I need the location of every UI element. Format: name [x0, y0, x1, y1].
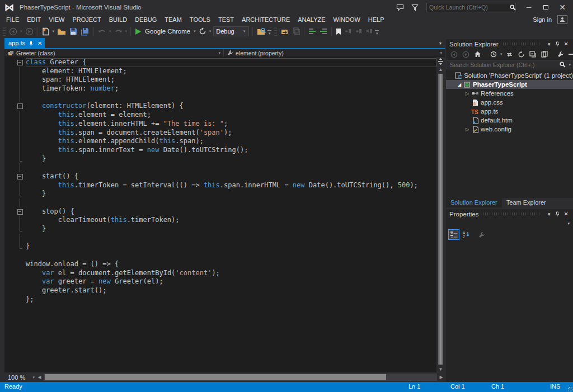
- fold-margin[interactable]: [4, 242, 26, 251]
- pin-tab-icon[interactable]: [29, 41, 34, 46]
- start-debug-icon[interactable]: [133, 26, 143, 37]
- fold-margin[interactable]: [4, 207, 26, 216]
- redo-icon[interactable]: [112, 26, 124, 37]
- toolbar-grip[interactable]: [3, 27, 6, 36]
- solution-config-caret[interactable]: ▾: [242, 29, 247, 34]
- member-dropdown-caret[interactable]: ▾: [437, 51, 445, 55]
- vertical-scroll-thumb[interactable]: [438, 74, 443, 365]
- toolbar-overflow-icon[interactable]: ▾: [375, 30, 379, 36]
- menu-architecture[interactable]: ARCHITECTURE: [238, 15, 294, 24]
- new-file-dropdown[interactable]: ▾: [51, 29, 56, 34]
- browser-link-dropdown[interactable]: ▾: [208, 29, 213, 34]
- code-text[interactable]: timerToken: number;: [26, 84, 436, 93]
- code-text[interactable]: }: [26, 155, 436, 164]
- fold-margin[interactable]: [4, 190, 26, 199]
- menu-help[interactable]: HELP: [364, 15, 388, 24]
- code-text[interactable]: var greeter = new Greeter(el);: [26, 277, 436, 286]
- code-line[interactable]: timerToken: number;: [4, 84, 436, 93]
- horizontal-scroll-thumb[interactable]: [45, 374, 386, 380]
- undo-icon[interactable]: [96, 26, 108, 37]
- code-text[interactable]: window.onload = () => {: [26, 260, 436, 269]
- code-line[interactable]: [4, 251, 436, 260]
- code-line[interactable]: span: HTMLElement;: [4, 75, 436, 84]
- split-editor-handle[interactable]: [438, 57, 444, 66]
- object-selector-combo[interactable]: ▾: [446, 219, 573, 228]
- code-line[interactable]: [4, 234, 436, 243]
- code-line[interactable]: clearTimeout(this.timerToken);: [4, 216, 436, 225]
- maximize-button[interactable]: [537, 1, 554, 13]
- redo-dropdown[interactable]: ▾: [124, 29, 129, 34]
- code-line[interactable]: }: [4, 225, 436, 234]
- se-back-icon[interactable]: [448, 51, 460, 58]
- menu-analyze[interactable]: ANALYZE: [294, 15, 329, 24]
- code-text[interactable]: };: [26, 295, 436, 304]
- fold-margin[interactable]: [4, 181, 26, 190]
- previous-bookmark-icon[interactable]: [343, 26, 354, 37]
- code-line[interactable]: window.onload = () => {: [4, 260, 436, 269]
- code-text[interactable]: this.span = document.createElement('span…: [26, 129, 436, 138]
- se-forward-icon[interactable]: [460, 51, 472, 58]
- navigate-back-dropdown[interactable]: ▾: [19, 29, 24, 34]
- menu-tools[interactable]: TOOLS: [186, 15, 214, 24]
- new-file-icon[interactable]: [40, 26, 51, 37]
- feedback-smiley-icon[interactable]: [393, 2, 407, 13]
- solution-explorer-search-box[interactable]: ▾: [447, 60, 572, 69]
- code-line[interactable]: [4, 199, 436, 207]
- dock-tab-solution-explorer[interactable]: Solution Explorer: [446, 198, 502, 207]
- menu-team[interactable]: TEAM: [161, 15, 186, 24]
- user-avatar-icon[interactable]: [557, 15, 567, 24]
- home-icon[interactable]: [472, 51, 483, 58]
- properties-close-icon[interactable]: ✕: [562, 211, 571, 217]
- minimize-button[interactable]: ─: [520, 1, 537, 13]
- property-pages-icon[interactable]: [476, 229, 487, 240]
- menu-window[interactable]: WINDOW: [330, 15, 364, 24]
- code-line[interactable]: greeter.start();: [4, 286, 436, 295]
- menu-file[interactable]: FILE: [2, 15, 23, 24]
- toolbar-overflow-small-icon[interactable]: ▾: [267, 30, 271, 36]
- code-text[interactable]: stop() {: [26, 207, 436, 216]
- open-file-icon[interactable]: [55, 26, 68, 37]
- solution-explorer-search-input[interactable]: [447, 62, 558, 68]
- tab-app-ts[interactable]: app.ts ✕: [4, 38, 45, 48]
- code-line[interactable]: }: [4, 155, 436, 164]
- document-copy-icon[interactable]: [290, 26, 302, 37]
- fold-margin[interactable]: [4, 216, 26, 225]
- expander-icon[interactable]: ◢: [456, 82, 463, 87]
- horizontal-scrollbar[interactable]: [44, 374, 437, 381]
- fold-margin[interactable]: [4, 120, 26, 129]
- collapse-pane-icon[interactable]: [566, 53, 573, 55]
- code-text[interactable]: this.element = element;: [26, 111, 436, 120]
- code-line[interactable]: };: [4, 295, 436, 304]
- pending-changes-filter-icon[interactable]: [488, 51, 499, 58]
- preview-selected-items-icon[interactable]: [539, 51, 551, 58]
- expander-icon[interactable]: ▷: [464, 127, 471, 132]
- code-line[interactable]: this.element = element;: [4, 111, 436, 120]
- code-text[interactable]: }: [26, 190, 436, 199]
- fold-margin[interactable]: [4, 111, 26, 120]
- toolbar-grip-2[interactable]: [274, 27, 277, 36]
- save-icon[interactable]: [68, 26, 79, 37]
- fold-margin[interactable]: [4, 163, 26, 172]
- code-line[interactable]: this.element.appendChild(this.span);: [4, 137, 436, 146]
- zoom-dropdown-caret[interactable]: ▾: [31, 375, 36, 380]
- fold-margin[interactable]: [4, 75, 26, 84]
- uncomment-lines-icon[interactable]: [318, 26, 329, 37]
- resize-grip[interactable]: [568, 387, 572, 391]
- dock-tab-team-explorer[interactable]: Team Explorer: [502, 198, 551, 207]
- fold-margin[interactable]: [4, 102, 26, 111]
- close-tab-icon[interactable]: ✕: [37, 40, 42, 46]
- panel-drag-grip[interactable]: [503, 42, 542, 45]
- code-text[interactable]: this.element.innerHTML += "The time is: …: [26, 120, 436, 129]
- code-line[interactable]: class Greeter {: [4, 58, 436, 67]
- fold-margin[interactable]: [4, 67, 26, 76]
- code-text[interactable]: constructor(element: HTMLElement) {: [26, 102, 436, 111]
- scroll-left-icon[interactable]: ◀: [36, 375, 43, 380]
- navigate-back-icon[interactable]: [7, 26, 19, 37]
- auto-hide-pin-icon[interactable]: [553, 41, 562, 46]
- menu-build[interactable]: BUILD: [105, 15, 131, 24]
- code-text[interactable]: span: HTMLElement;: [26, 75, 436, 84]
- fold-margin[interactable]: [4, 84, 26, 93]
- gold-folder-arrow-icon[interactable]: [279, 26, 290, 37]
- quick-launch-input[interactable]: [427, 4, 507, 11]
- feedback-filter-icon[interactable]: [407, 2, 422, 13]
